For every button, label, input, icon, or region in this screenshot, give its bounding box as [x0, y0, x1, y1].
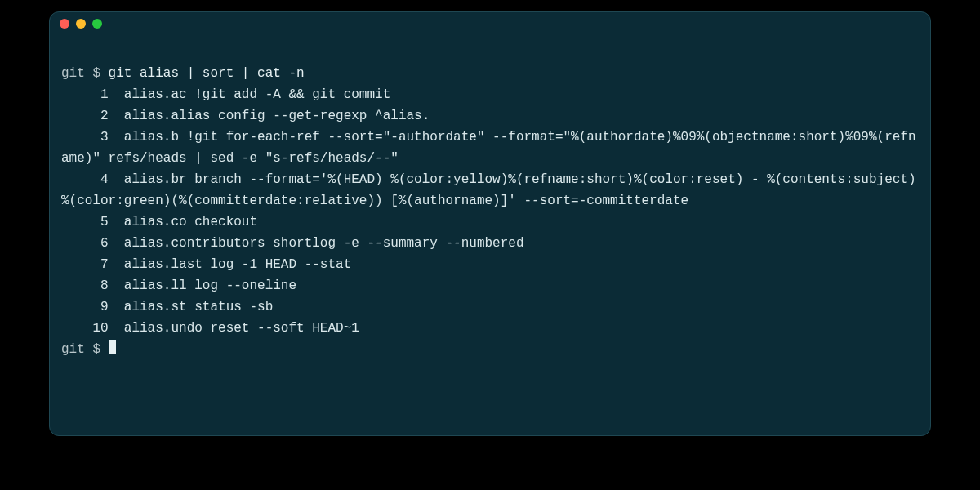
- prompt: git $: [61, 66, 109, 81]
- terminal-window: git $ git alias | sort | cat -n 1 alias.…: [49, 11, 931, 436]
- cursor: [109, 340, 116, 354]
- command: git alias | sort | cat -n: [109, 66, 305, 81]
- trailing-prompt: git $: [61, 342, 109, 357]
- terminal-body[interactable]: git $ git alias | sort | cat -n 1 alias.…: [50, 35, 930, 435]
- zoom-icon[interactable]: [92, 19, 102, 29]
- titlebar: [50, 12, 930, 35]
- minimize-icon[interactable]: [76, 19, 86, 29]
- output-lines: 1 alias.ac !git add -A && git commit 2 a…: [61, 84, 919, 339]
- terminal-output: git $ git alias | sort | cat -n 1 alias.…: [61, 42, 919, 381]
- close-icon[interactable]: [60, 19, 69, 29]
- stage: git $ git alias | sort | cat -n 1 alias.…: [0, 0, 980, 490]
